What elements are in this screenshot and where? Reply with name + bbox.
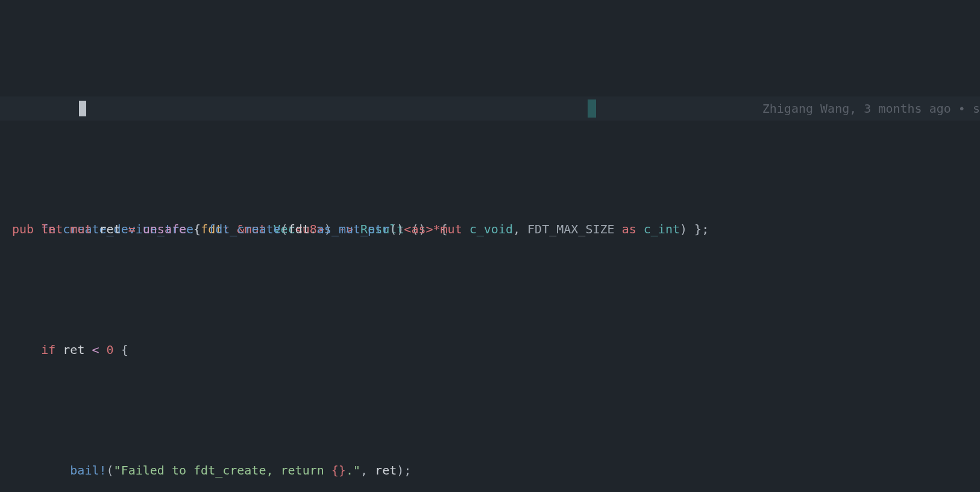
brace-close: }: [694, 222, 702, 236]
ident-fdt: fdt: [288, 222, 310, 236]
const-fdt-max: FDT_MAX_SIZE: [527, 222, 615, 236]
code-line[interactable]: let mut ret = unsafe { fdt_create(fdt.as…: [0, 217, 980, 241]
type-cint: c_int: [644, 222, 680, 236]
blame-tail: s: [973, 101, 980, 116]
string-literal: "Failed to fdt_create, return: [114, 463, 331, 478]
blame-author: Zhigang Wang: [762, 101, 850, 116]
op-star: *: [433, 222, 441, 236]
keyword-as: as: [411, 222, 426, 236]
method-as-mut-ptr: as_mut_ptr: [317, 222, 389, 236]
code-line[interactable]: bail!("Failed to fdt_create, return {}."…: [0, 458, 980, 482]
keyword-unsafe: unsafe: [143, 222, 186, 236]
ident-ret: ret: [375, 463, 397, 478]
op-lt: <: [92, 342, 99, 357]
keyword-if: if: [41, 342, 55, 357]
code-line[interactable]: if ret < 0 {: [0, 338, 980, 362]
semicolon: ;: [702, 222, 709, 236]
brace-open: {: [121, 342, 128, 357]
semicolon: ;: [404, 463, 411, 478]
git-blame-annotation: Zhigang Wang, 3 months ago • s: [744, 96, 980, 121]
call-fdt-create: fdt_create: [208, 222, 280, 236]
keyword-let: let: [41, 222, 63, 236]
brace-open: {: [193, 222, 201, 236]
ident-ret: ret: [99, 222, 121, 236]
blame-age: 3 months ago: [864, 101, 951, 116]
text-cursor: [79, 101, 86, 116]
keyword-as: as: [622, 222, 636, 236]
string-fmt: {}: [331, 463, 346, 478]
code-editor[interactable]: pub fn create_device_tree(fdt: &mut Vec<…: [0, 0, 980, 492]
macro-bail: bail!: [70, 463, 106, 478]
keyword-mut: mut: [441, 222, 462, 236]
type-cvoid: c_void: [470, 222, 513, 236]
ident-ret: ret: [63, 342, 84, 357]
literal-zero: 0: [107, 342, 114, 357]
op-eq: =: [128, 222, 136, 236]
string-literal: .": [346, 463, 360, 478]
brace-match-highlight: [588, 99, 596, 118]
keyword-mut: mut: [70, 222, 92, 236]
code-line[interactable]: pub fn create_device_tree(fdt: &mut Vec<…: [0, 96, 980, 121]
